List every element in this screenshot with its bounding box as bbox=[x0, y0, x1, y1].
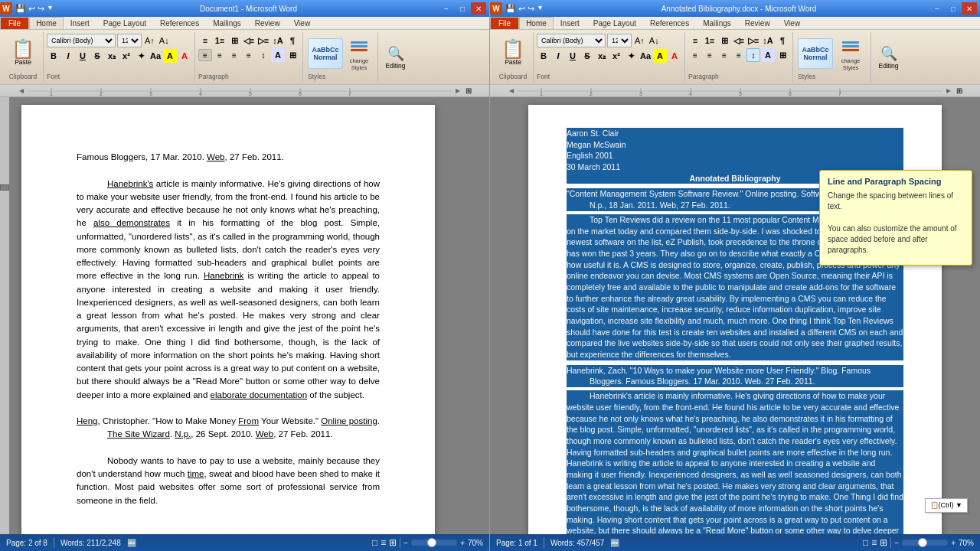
close-left[interactable]: ✕ bbox=[471, 2, 486, 15]
tab-references-left[interactable]: References bbox=[153, 17, 206, 29]
multilevel-left[interactable]: ⊞ bbox=[227, 34, 241, 47]
italic-left[interactable]: I bbox=[61, 49, 75, 63]
maximize-left[interactable]: □ bbox=[455, 2, 470, 15]
sort-left[interactable]: ↕A bbox=[271, 34, 285, 47]
borders-right[interactable]: ⊞ bbox=[776, 48, 789, 62]
numbering-right[interactable]: 1≡ bbox=[703, 34, 717, 47]
highlight-right[interactable]: A bbox=[653, 49, 667, 63]
font-name-select-left[interactable]: Calibri (Body) bbox=[47, 34, 116, 47]
zoom-in-right[interactable]: + bbox=[951, 539, 956, 547]
tab-file-right[interactable]: File bbox=[490, 17, 519, 29]
tab-view-left[interactable]: View bbox=[287, 17, 318, 29]
show-marks-left[interactable]: ¶ bbox=[286, 34, 299, 47]
superscript-right[interactable]: x² bbox=[609, 49, 623, 63]
decrease-indent-right[interactable]: ◁≡ bbox=[732, 34, 746, 47]
show-marks-right[interactable]: ¶ bbox=[776, 34, 789, 47]
ruler-toggle-right[interactable]: ⊞ bbox=[954, 86, 965, 96]
bold-right[interactable]: B bbox=[537, 49, 550, 63]
doc-area-left[interactable]: Famous Bloggers, 17 Mar. 2010. Web, 27 F… bbox=[0, 97, 489, 534]
view-btn-1-left[interactable]: □ bbox=[372, 537, 377, 548]
align-center-btn[interactable]: ≡ bbox=[213, 49, 227, 61]
text-case-left[interactable]: Aa bbox=[149, 49, 162, 63]
subscript-left[interactable]: x₂ bbox=[105, 49, 119, 63]
editing-button-right[interactable]: 🔍 Editing bbox=[877, 44, 901, 71]
change-styles-left[interactable]: change Styles bbox=[345, 36, 373, 71]
font-size-select-right[interactable]: 12 bbox=[607, 34, 632, 47]
change-styles-right[interactable]: change Styles bbox=[835, 36, 866, 71]
qa-save-left[interactable]: 💾 bbox=[15, 4, 26, 14]
justify-btn[interactable]: ≡ bbox=[242, 49, 256, 61]
zoom-slider-left[interactable] bbox=[411, 540, 457, 546]
bullets-right[interactable]: ≡ bbox=[688, 34, 702, 47]
decrease-indent-left[interactable]: ◁≡ bbox=[242, 34, 256, 47]
tab-file-left[interactable]: File bbox=[0, 17, 29, 29]
text-case-right[interactable]: Aa bbox=[639, 49, 652, 63]
borders-left[interactable]: ⊞ bbox=[286, 48, 299, 62]
strikethrough-left[interactable]: S bbox=[90, 49, 104, 63]
shrink-font-left[interactable]: A↓ bbox=[158, 35, 171, 46]
view-btn-2-left[interactable]: ≡ bbox=[381, 537, 386, 548]
shading-left[interactable]: A bbox=[271, 48, 285, 62]
qa-save-right[interactable]: 💾 bbox=[505, 4, 516, 14]
align-center-btn-right[interactable]: ≡ bbox=[703, 49, 717, 61]
zoom-out-left[interactable]: − bbox=[403, 539, 408, 547]
align-left-btn[interactable]: ≡ bbox=[198, 49, 212, 61]
tab-review-right[interactable]: Review bbox=[738, 17, 777, 29]
view-btn-2-right[interactable]: ≡ bbox=[871, 537, 877, 548]
grow-font-right[interactable]: A↑ bbox=[633, 35, 646, 46]
view-btn-3-left[interactable]: ⊞ bbox=[389, 537, 397, 548]
qa-dropdown-left[interactable]: ▼ bbox=[47, 4, 54, 14]
doc-area-right[interactable]: Line and Paragraph Spacing Change the sp… bbox=[490, 97, 980, 534]
subscript-right[interactable]: x₂ bbox=[595, 49, 609, 63]
tab-pagelayout-left[interactable]: Page Layout bbox=[96, 17, 153, 29]
align-right-btn-right[interactable]: ≡ bbox=[717, 49, 731, 61]
paste-options-button[interactable]: 📋(Ctrl) ▼ bbox=[925, 498, 968, 513]
tab-mailings-left[interactable]: Mailings bbox=[206, 17, 248, 29]
justify-btn-right[interactable]: ≡ bbox=[732, 49, 746, 61]
numbering-left[interactable]: 1≡ bbox=[213, 34, 227, 47]
tab-home-right[interactable]: Home bbox=[519, 17, 554, 29]
tab-insert-left[interactable]: Insert bbox=[64, 17, 96, 29]
align-left-btn-right[interactable]: ≡ bbox=[688, 49, 702, 61]
font-color-right[interactable]: A bbox=[668, 49, 681, 63]
tab-insert-right[interactable]: Insert bbox=[554, 17, 586, 29]
paste-button-right[interactable]: 📋 Paste bbox=[498, 37, 528, 68]
font-color-left[interactable]: A bbox=[178, 49, 191, 63]
line-spacing-left[interactable]: ↕ bbox=[256, 48, 270, 62]
underline-right[interactable]: U bbox=[566, 49, 580, 63]
multilevel-right[interactable]: ⊞ bbox=[717, 34, 731, 47]
grow-font-left[interactable]: A↑ bbox=[143, 35, 156, 46]
view-btn-1-right[interactable]: □ bbox=[863, 537, 868, 548]
shrink-font-right[interactable]: A↓ bbox=[648, 35, 661, 46]
font-size-select-left[interactable]: 12 bbox=[117, 34, 142, 47]
quick-styles-right[interactable]: AaBbCcNormal bbox=[798, 38, 833, 69]
tab-references-right[interactable]: References bbox=[643, 17, 696, 29]
tab-pagelayout-right[interactable]: Page Layout bbox=[586, 17, 643, 29]
superscript-left[interactable]: x² bbox=[119, 49, 133, 63]
qa-undo-left[interactable]: ↩ bbox=[28, 4, 35, 14]
ruler-toggle-left[interactable]: ⊞ bbox=[463, 86, 474, 96]
qa-dropdown-right[interactable]: ▼ bbox=[537, 4, 544, 14]
bold-left[interactable]: B bbox=[47, 49, 60, 63]
zoom-out-right[interactable]: − bbox=[894, 539, 899, 547]
qa-undo-right[interactable]: ↩ bbox=[518, 4, 525, 14]
increase-indent-left[interactable]: ▷≡ bbox=[256, 34, 270, 47]
qa-redo-left[interactable]: ↪ bbox=[38, 4, 44, 14]
minimize-right[interactable]: − bbox=[929, 2, 945, 15]
qa-redo-right[interactable]: ↪ bbox=[528, 4, 534, 14]
tab-mailings-right[interactable]: Mailings bbox=[696, 17, 738, 29]
bullets-left[interactable]: ≡ bbox=[198, 34, 212, 47]
font-name-select-right[interactable]: Calibri (Body) bbox=[537, 34, 606, 47]
view-btn-3-right[interactable]: ⊞ bbox=[880, 537, 887, 548]
quick-styles-left[interactable]: AaBbCcNormal bbox=[308, 38, 343, 69]
underline-left[interactable]: U bbox=[76, 49, 90, 63]
increase-indent-right[interactable]: ▷≡ bbox=[746, 34, 760, 47]
zoom-slider-right[interactable] bbox=[902, 540, 948, 546]
minimize-left[interactable]: − bbox=[439, 2, 454, 15]
line-spacing-right[interactable]: ↕ bbox=[746, 48, 760, 62]
highlight-left[interactable]: A bbox=[163, 49, 177, 63]
zoom-in-left[interactable]: + bbox=[460, 539, 465, 547]
clear-format-right[interactable]: ✦ bbox=[624, 49, 638, 63]
paste-button-left[interactable]: 📋 Paste bbox=[8, 37, 38, 68]
close-right[interactable]: ✕ bbox=[962, 2, 977, 15]
